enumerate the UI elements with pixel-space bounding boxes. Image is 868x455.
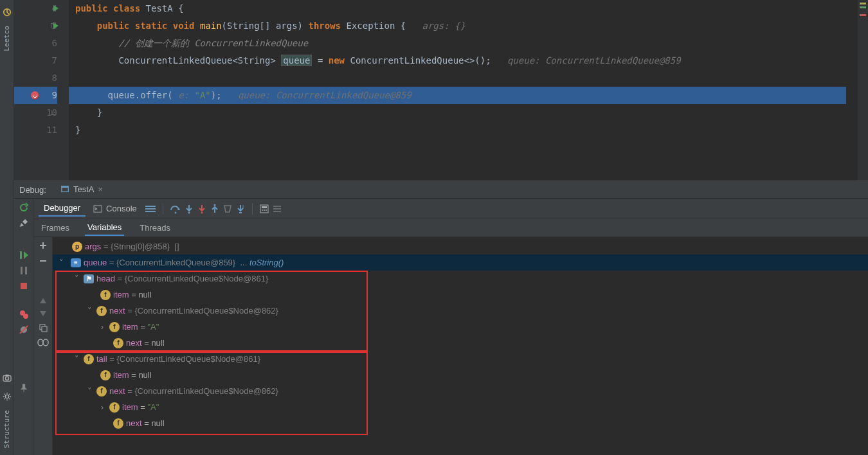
svg-rect-25 (260, 205, 268, 213)
code-keywords: public static void (97, 21, 195, 31)
breakpoint-icon[interactable] (31, 91, 39, 100)
var-row-queue[interactable]: ˅≡ queue = {ConcurrentLinkedQueue@859} .… (53, 254, 868, 271)
expand-icon[interactable]: ˅ (57, 258, 66, 267)
mute-breakpoints-icon[interactable] (19, 325, 29, 335)
trace-current-icon[interactable] (272, 204, 282, 214)
step-over-icon[interactable] (170, 204, 181, 214)
console-tab[interactable]: Console (88, 201, 142, 216)
remove-watch-icon[interactable] (39, 256, 48, 265)
line-number: 5 (14, 17, 57, 35)
expand-icon[interactable]: › (98, 402, 107, 412)
svg-point-35 (38, 339, 43, 346)
evaluate-icon[interactable] (259, 204, 269, 214)
threads-subtab[interactable]: Threads (137, 220, 173, 235)
tostring-link[interactable]: toString() (249, 258, 284, 267)
svg-rect-9 (25, 267, 27, 274)
expand-icon[interactable]: ˅ (85, 386, 94, 396)
debugger-tab[interactable]: Debugger (39, 201, 86, 217)
step-into-icon[interactable] (184, 204, 194, 214)
object-badge-icon: ≡ (71, 258, 81, 267)
line-number: 6 (14, 35, 57, 52)
view-breakpoints-icon[interactable] (19, 309, 29, 319)
debug-config-tab[interactable]: TestA × (55, 182, 108, 198)
editor-gutter[interactable]: 4 5 6 7 8 9 10 11 (14, 0, 69, 181)
stop-icon[interactable] (19, 281, 29, 291)
svg-point-12 (23, 314, 28, 319)
leetcode-icon[interactable] (3, 8, 12, 17)
variables-toolbar (33, 237, 53, 455)
close-tab-icon[interactable]: × (98, 184, 103, 194)
force-step-into-icon[interactable] (197, 204, 207, 214)
var-row-tail[interactable]: ˅f tail = {ConcurrentLinkedQueue$Node@86… (53, 351, 868, 367)
field-badge-icon: f (109, 402, 120, 413)
step-out-icon[interactable] (210, 204, 220, 214)
run-to-cursor-icon[interactable]: I (235, 204, 246, 214)
param-hint: e: (173, 90, 195, 100)
leetco-tab[interactable]: Leetco (3, 26, 11, 51)
svg-rect-17 (145, 208, 156, 210)
line-number: 4 (14, 0, 57, 17)
variables-subtab[interactable]: Variables (85, 220, 124, 236)
field-badge-icon: f (100, 370, 111, 380)
field-badge-icon: f (109, 322, 120, 332)
debug-toolwindow-header[interactable]: Debug: TestA × (14, 181, 868, 199)
frames-subtab[interactable]: Frames (39, 220, 72, 235)
expand-icon[interactable]: ˅ (72, 354, 81, 364)
svg-point-20 (188, 211, 190, 213)
modify-run-icon[interactable] (19, 218, 29, 228)
expand-icon[interactable]: ˅ (85, 306, 94, 316)
fold-icon[interactable] (51, 23, 56, 28)
svg-point-29 (266, 210, 267, 211)
structure-tab[interactable]: Structure (3, 410, 11, 449)
expand-icon[interactable]: ˅ (72, 274, 81, 283)
move-down-icon[interactable] (39, 310, 47, 317)
var-row-args[interactable]: p args = {String[0]@858} [] (53, 238, 868, 254)
var-row-item[interactable]: f item = null (53, 367, 868, 383)
debug-panel: Debugger Console I Frames Variab (14, 199, 868, 455)
move-up-icon[interactable] (39, 298, 47, 304)
left-tool-strip[interactable]: Leetco Structure (0, 0, 14, 455)
run-gutter-icon[interactable] (53, 5, 59, 12)
fold-icon[interactable] (51, 110, 56, 115)
inline-hint: args: {} (422, 21, 466, 31)
debug-label: Debug: (19, 185, 46, 195)
var-row-item[interactable]: f item = null (53, 287, 868, 303)
line-number: 10 (14, 104, 57, 121)
svg-rect-18 (145, 211, 156, 212)
drop-frame-icon[interactable] (222, 204, 233, 214)
camera-icon[interactable] (3, 374, 12, 382)
svg-point-28 (264, 210, 265, 211)
svg-point-22 (213, 204, 215, 206)
pause-icon[interactable] (19, 265, 29, 276)
field-badge-icon: f (113, 418, 123, 429)
copy-icon[interactable] (39, 323, 48, 332)
var-row-head[interactable]: ˅⚑ head = {ConcurrentLinkedQueue$Node@86… (53, 271, 868, 287)
var-row-next[interactable]: ˅f next = {ConcurrentLinkedQueue$Node@86… (53, 383, 868, 399)
svg-rect-10 (21, 283, 27, 289)
add-watch-icon[interactable] (39, 241, 48, 250)
threads-icon[interactable] (145, 204, 156, 213)
resume-icon[interactable] (19, 250, 29, 260)
code-area[interactable]: public class TestA { public static void … (69, 0, 858, 181)
pin-icon[interactable] (19, 384, 28, 393)
svg-rect-15 (94, 205, 102, 211)
svg-text:I: I (242, 204, 244, 210)
var-row-next[interactable]: f next = null (53, 415, 868, 431)
var-row-next[interactable]: ˅f next = {ConcurrentLinkedQueue$Node@86… (53, 303, 868, 319)
code-editor[interactable]: 4 5 6 7 8 9 10 11 public class TestA { p… (14, 0, 868, 181)
svg-point-27 (262, 210, 263, 211)
expand-icon[interactable]: › (98, 322, 107, 332)
var-row-next[interactable]: f next = null (53, 335, 868, 351)
console-icon (93, 205, 102, 213)
var-row-item[interactable]: ›f item = "A" (53, 399, 868, 415)
settings-icon[interactable] (3, 392, 12, 401)
inline-hint: queue: ConcurrentLinkedQueue@859 (507, 55, 681, 66)
show-watches-icon[interactable] (37, 339, 49, 346)
line-number: 9 (14, 87, 57, 104)
rerun-icon[interactable] (19, 202, 29, 213)
var-row-item[interactable]: ›f item = "A" (53, 319, 868, 335)
editor-scrollbar[interactable] (858, 0, 868, 181)
variables-tree[interactable]: p args = {String[0]@858} [] ˅≡ queue = {… (53, 237, 868, 455)
svg-rect-3 (5, 375, 8, 377)
field-badge-icon: ⚑ (84, 274, 94, 283)
